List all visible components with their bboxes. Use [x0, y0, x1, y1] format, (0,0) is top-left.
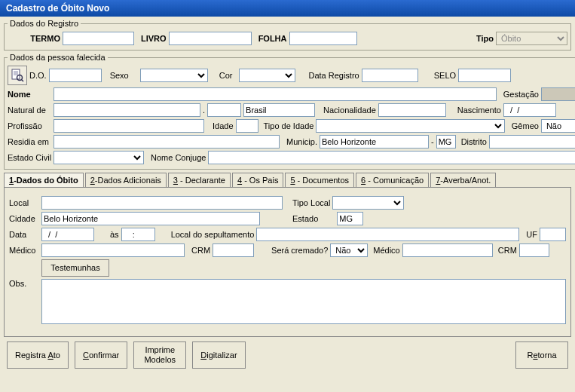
label-do: D.O.: [29, 71, 47, 80]
select-gemeo[interactable]: Não: [541, 119, 575, 133]
input-livro[interactable]: [169, 32, 252, 45]
label-profissao: Profissão: [8, 121, 51, 130]
select-cor[interactable]: [239, 69, 295, 82]
label-as: às: [110, 230, 119, 239]
label-selo: SELO: [434, 71, 456, 80]
label-folha: FOLHA: [258, 34, 287, 43]
window-titlebar: Cadastro de Óbito Novo: [0, 0, 575, 17]
input-data[interactable]: [41, 228, 94, 241]
input-uf[interactable]: [540, 228, 566, 241]
input-idade[interactable]: [236, 119, 258, 133]
label-livro: LIVRO: [141, 34, 167, 43]
label-obs: Obs.: [9, 279, 39, 288]
tab-os-pais[interactable]: 4 - Os Pais: [232, 173, 283, 187]
input-distrito[interactable]: [489, 135, 575, 149]
testemunhas-button[interactable]: Testemunhas: [41, 259, 109, 277]
select-estado-civil[interactable]: [54, 151, 144, 164]
input-medico[interactable]: [41, 243, 185, 257]
label-local-sep: Local do sepultamento: [171, 230, 255, 239]
label-nome-conjuge: Nome Conjuge: [151, 153, 206, 162]
input-do[interactable]: [49, 69, 102, 82]
lookup-icon-button[interactable]: [8, 66, 27, 85]
digitalizar-button[interactable]: Digitalizar: [192, 341, 245, 369]
confirmar-button[interactable]: Confirmar: [75, 341, 127, 369]
input-data-registro[interactable]: [362, 69, 418, 82]
window-title: Cadastro de Óbito Novo: [6, 3, 109, 14]
input-selo[interactable]: [458, 69, 511, 82]
input-hora[interactable]: [121, 228, 155, 241]
tab-documentos[interactable]: 5 - Documentos: [285, 173, 354, 187]
label-medico: Médico: [9, 246, 39, 255]
label-tipo: Tipo: [476, 34, 494, 43]
input-cidade[interactable]: [41, 212, 260, 225]
input-uf-res[interactable]: [436, 135, 456, 149]
label-natural: Natural de: [8, 106, 51, 115]
label-uf: UF: [526, 230, 537, 239]
label-distrito: Distrito: [461, 137, 487, 146]
input-folha[interactable]: [289, 32, 357, 45]
input-nome[interactable]: [54, 87, 497, 101]
select-sexo[interactable]: [140, 69, 208, 82]
input-pais[interactable]: [243, 103, 315, 117]
label-idade: Idade: [213, 121, 234, 130]
input-nascimento[interactable]: [503, 103, 556, 117]
label-cremado: Será cremado?: [271, 246, 328, 255]
input-local[interactable]: [41, 196, 283, 210]
label-estado-civil: Estado Civil: [8, 153, 51, 162]
label-municip: Municip.: [286, 137, 317, 146]
input-municip[interactable]: [320, 135, 429, 149]
select-tipo-local[interactable]: [332, 196, 404, 210]
dot1: .: [203, 106, 205, 115]
svg-line-5: [22, 80, 24, 82]
registra-ato-button[interactable]: Registra Ato: [7, 341, 69, 369]
label-nacionalidade: Nacionalidade: [323, 106, 376, 115]
input-medico2[interactable]: [402, 243, 493, 257]
label-data: Data: [9, 230, 39, 239]
input-crm2[interactable]: [519, 243, 549, 257]
legend-pessoa: Dados da pessoa falecida: [8, 53, 108, 62]
label-gestacao: Gestação: [503, 90, 539, 99]
tab-declarante[interactable]: 3 - Declarante: [168, 173, 231, 187]
input-termo[interactable]: [63, 32, 134, 45]
label-nome: Nome: [8, 90, 51, 99]
tabpanel-dados-obito: Local Tipo Local Cidade Estado Data às L…: [4, 188, 571, 337]
input-nacionalidade[interactable]: [378, 103, 446, 117]
input-nome-conjuge[interactable]: [208, 151, 575, 164]
label-tipo-local: Tipo Local: [292, 198, 330, 207]
select-tipo[interactable]: Óbito: [496, 32, 567, 45]
label-medico2: Médico: [373, 246, 399, 255]
tab-dados-adicionais[interactable]: 2-Dados Adicionais: [85, 173, 167, 187]
label-residia: Residia em: [8, 137, 51, 146]
fieldset-pessoa: Dados da pessoa falecida D.O. Sexo Cor D…: [4, 53, 575, 170]
label-nascimento: Nascimento: [457, 106, 501, 115]
label-tipo-idade: Tipo de Idade: [264, 121, 314, 130]
label-crm2: CRM: [498, 246, 517, 255]
select-tipo-idade[interactable]: [316, 119, 504, 133]
input-residia[interactable]: [54, 135, 280, 149]
label-data-registro: Data Registro: [308, 71, 359, 80]
label-termo: TERMO: [8, 34, 60, 43]
dash-sep1: -: [431, 137, 434, 146]
label-cor: Cor: [219, 71, 233, 80]
input-estado[interactable]: [337, 212, 363, 225]
document-search-icon: [11, 69, 24, 82]
textarea-obs[interactable]: [41, 279, 566, 324]
tab-averba[interactable]: 7-Averba/Anot.: [430, 173, 496, 187]
tab-comunicacao[interactable]: 6 - Comunicação: [356, 173, 429, 187]
select-gestacao[interactable]: [541, 87, 575, 101]
input-natural[interactable]: [54, 103, 200, 117]
tab-dados-obito[interactable]: 1-Dados do Óbito: [4, 173, 84, 187]
label-cidade: Cidade: [9, 214, 39, 223]
retorna-button[interactable]: Retorna: [515, 341, 568, 369]
input-natural-uf[interactable]: [207, 103, 241, 117]
label-estado: Estado: [292, 214, 318, 223]
label-gemeo: Gêmeo: [512, 121, 539, 130]
select-cremado[interactable]: Não: [330, 243, 368, 257]
label-sexo: Sexo: [110, 71, 129, 80]
input-crm[interactable]: [213, 243, 254, 257]
fieldset-registro: Dados do Registro TERMO LIVRO FOLHA Tipo…: [4, 19, 571, 51]
input-profissao[interactable]: [54, 119, 204, 133]
imprime-modelos-button[interactable]: ImprimeModelos: [133, 341, 186, 369]
input-local-sep[interactable]: [256, 228, 519, 241]
tabbar: 1-Dados do Óbito 2-Dados Adicionais 3 - …: [4, 173, 571, 188]
